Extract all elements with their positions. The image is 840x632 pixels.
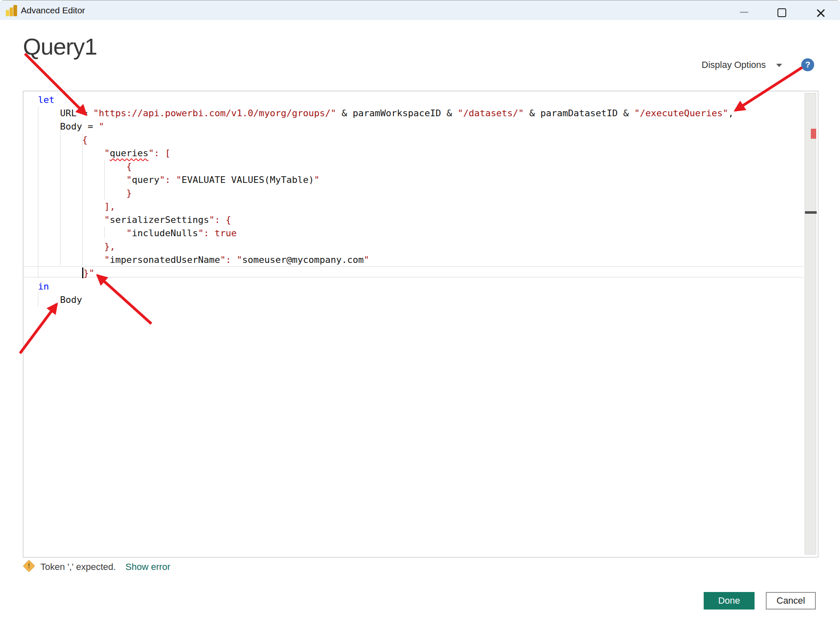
close-button[interactable] [816, 8, 826, 18]
maximize-button[interactable] [777, 8, 786, 17]
code-line: { [38, 133, 734, 147]
code-line: "query": "EVALUATE VALUES(MyTable)" [38, 173, 734, 187]
code-line: "impersonatedUserName": "someuser@mycomp… [38, 253, 734, 267]
code-line: } [38, 187, 734, 200]
minimize-button[interactable] [740, 12, 748, 13]
code-line: "includeNulls": true [38, 227, 734, 240]
error-message: Token ',' expected. [40, 562, 116, 572]
powerbi-logo-icon [6, 5, 18, 16]
cancel-button[interactable]: Cancel [766, 592, 816, 610]
code-line: in [38, 280, 734, 293]
code-line: { [38, 160, 734, 173]
code-line: "queries": [ [38, 147, 734, 160]
code-line: let [38, 93, 734, 107]
advanced-editor-dialog: Advanced Editor Query1 Display Options ?… [0, 0, 840, 632]
text-cursor [82, 267, 83, 278]
code-editor[interactable]: let URL = "https://api.powerbi.com/v1.0/… [23, 91, 818, 557]
scrollbar-error-marker [811, 129, 816, 139]
code-line: }, [38, 240, 734, 253]
code-line: }" [38, 267, 734, 280]
done-button[interactable]: Done [704, 592, 755, 610]
code-line: URL = "https://api.powerbi.com/v1.0/myor… [38, 107, 734, 120]
warning-icon: ! [23, 560, 35, 572]
code-line: "serializerSettings": { [38, 213, 734, 227]
help-icon[interactable]: ? [801, 58, 814, 71]
page-title: Query1 [23, 33, 97, 60]
code-line: Body = " [38, 120, 734, 133]
code-line: ], [38, 200, 734, 213]
window-title: Advanced Editor [21, 5, 85, 15]
chevron-down-icon[interactable] [776, 64, 782, 67]
show-error-link[interactable]: Show error [125, 562, 171, 572]
title-bar: Advanced Editor [0, 0, 840, 20]
scrollbar[interactable] [805, 93, 816, 555]
display-options-dropdown[interactable]: Display Options [702, 60, 766, 70]
scrollbar-position-marker [805, 211, 817, 214]
code-text[interactable]: let URL = "https://api.powerbi.com/v1.0/… [38, 93, 734, 307]
code-line: Body [38, 293, 734, 307]
